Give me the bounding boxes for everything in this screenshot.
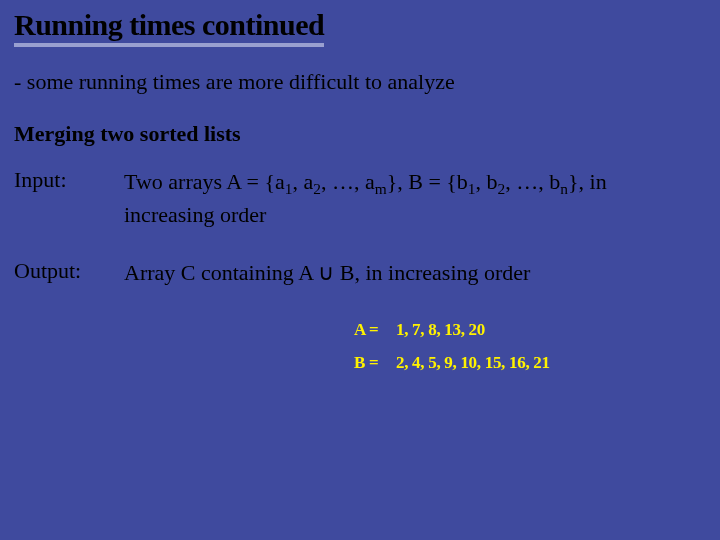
subscript: n <box>560 180 568 197</box>
output-text: Array C containing A <box>124 260 318 285</box>
input-row: Input: Two arrays A = {a1, a2, …, am}, B… <box>14 167 706 230</box>
input-text: , …, a <box>321 169 375 194</box>
subscript: 2 <box>313 180 321 197</box>
output-row: Output: Array C containing A ∪ B, in inc… <box>14 258 706 288</box>
hw-a-label: A = <box>354 316 384 343</box>
hw-a-values: 1, 7, 8, 13, 20 <box>396 316 485 343</box>
output-value: Array C containing A ∪ B, in increasing … <box>124 258 530 288</box>
section-subtitle: Merging two sorted lists <box>14 121 706 147</box>
input-label: Input: <box>14 167 124 230</box>
handwritten-examples: A = 1, 7, 8, 13, 20 B = 2, 4, 5, 9, 10, … <box>354 316 706 376</box>
hw-b-label: B = <box>354 349 384 376</box>
union-symbol: ∪ <box>318 260 334 285</box>
input-text: , …, b <box>505 169 560 194</box>
input-text: , b <box>476 169 498 194</box>
slide-title: Running times continued <box>14 8 324 47</box>
input-value: Two arrays A = {a1, a2, …, am}, B = {b1,… <box>124 167 684 230</box>
hw-b-values: 2, 4, 5, 9, 10, 15, 16, 21 <box>396 349 550 376</box>
subscript: 1 <box>468 180 476 197</box>
input-text: , a <box>292 169 313 194</box>
handwritten-a: A = 1, 7, 8, 13, 20 <box>354 316 706 343</box>
input-text: }, B = {b <box>387 169 468 194</box>
output-text: B, in increasing order <box>334 260 530 285</box>
intro-text: - some running times are more difficult … <box>14 69 706 95</box>
input-text: Two arrays A = {a <box>124 169 285 194</box>
output-label: Output: <box>14 258 124 288</box>
handwritten-b: B = 2, 4, 5, 9, 10, 15, 16, 21 <box>354 349 706 376</box>
subscript: m <box>375 180 387 197</box>
